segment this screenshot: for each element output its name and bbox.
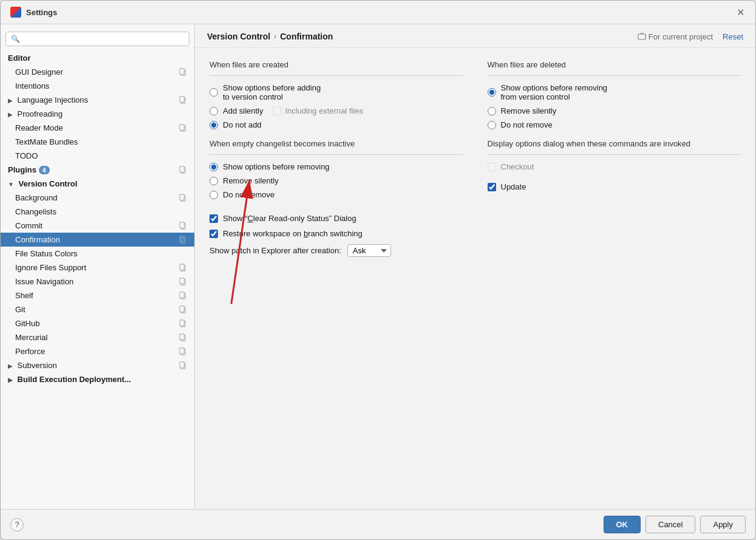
breadcrumb-current: Confirmation [280,32,333,41]
sidebar-item-plugins[interactable]: Plugins 4 [1,163,194,177]
bottom-left: ? [10,518,24,531]
sidebar-item-changelists[interactable]: Changelists [1,205,194,219]
sidebar-item-todo[interactable]: TODO [1,149,194,163]
sidebar-item-confirmation[interactable]: Confirmation [1,233,194,247]
radio-add-silently[interactable] [209,107,218,115]
sidebar-item-git[interactable]: Git [1,302,194,316]
sidebar-item-proofreading[interactable]: ▶ Proofreading [1,107,194,121]
checkbox-update[interactable] [488,183,496,191]
when-created-radio-group: Show options before addingto version con… [209,83,463,129]
for-project-label: For current project [649,32,713,41]
apply-button[interactable]: Apply [700,516,746,533]
sidebar-item-intentions[interactable]: Intentions [1,79,194,93]
checkbox-clear-readonly[interactable] [209,214,218,223]
radio-row-do-not-remove-del: Do not remove [488,120,741,129]
sidebar-item-ignore-files-support[interactable]: Ignore Files Support [1,261,194,275]
title-bar-left: Settings [10,7,57,18]
radio-row-show-options-remove: Show options before removingfrom version… [488,83,741,101]
sidebar-item-textmate-bundles[interactable]: TextMate Bundles [1,135,194,149]
checkbox-including-external[interactable] [273,107,281,115]
radio-remove-silently[interactable] [488,107,496,115]
checkout-label: Checkout [501,162,534,171]
breadcrumb-separator: › [274,32,276,41]
sidebar-item-version-control[interactable]: ▼ Version Control [1,177,194,191]
for-current-project-link[interactable]: For current project [638,32,713,41]
radio-do-not-remove-del[interactable] [488,121,496,129]
sidebar-item-perforce[interactable]: Perforce [1,344,194,358]
radio-do-not-add[interactable] [209,121,218,129]
copy-icon [179,278,187,285]
reset-link[interactable]: Reset [723,32,743,41]
sidebar-item-language-injections[interactable]: ▶ Language Injections [1,93,194,107]
radio-do-not-remove-del-label: Do not remove [501,120,553,129]
sidebar-item-file-status-colors[interactable]: File Status Colors [1,247,194,261]
help-button[interactable]: ? [10,518,24,531]
sidebar-section-editor: Editor [1,51,194,65]
copy-icon [179,264,187,272]
radio-do-not-add-label: Do not add [223,120,262,129]
content-wrapper: Version Control › Confirmation For curre… [195,24,755,509]
checkbox-checkout[interactable] [488,163,496,171]
ok-button[interactable]: OK [604,516,641,533]
sidebar: 🔍 Editor GUI Designer Intentions ▶ Langu… [1,24,195,509]
copy-icon [179,292,187,299]
sidebar-item-github[interactable]: GitHub [1,316,194,330]
sidebar-item-shelf[interactable]: Shelf [1,289,194,302]
sidebar-item-reader-mode[interactable]: Reader Mode [1,121,194,135]
cancel-button[interactable]: Cancel [645,516,695,533]
svg-rect-21 [180,306,184,312]
checkbox-restore-workspace[interactable] [209,230,218,238]
patch-select[interactable]: Ask Always Never [347,244,391,257]
svg-rect-29 [180,362,184,367]
search-icon: 🔍 [11,35,20,43]
radio-show-options-inactive[interactable] [209,163,218,171]
svg-rect-7 [180,166,184,172]
update-label: Update [501,182,526,191]
restore-workspace-label: Restore workspace on branch switching [223,229,363,238]
display-checkout-row: Checkout [488,162,741,171]
radio-row-remove-silently: Remove silently [488,106,741,115]
app-icon [10,7,21,18]
sidebar-item-issue-navigation[interactable]: Issue Navigation [1,275,194,289]
radio-show-options-remove[interactable] [488,88,496,97]
header-actions: For current project Reset [638,32,743,41]
svg-rect-19 [180,292,184,298]
copy-icon [179,124,187,132]
full-width-checkboxes: Show “Clear Read-only Status” Dialog Res… [209,214,741,257]
svg-rect-27 [180,348,184,354]
copy-icon [179,347,187,355]
radio-do-not-remove-inactive[interactable] [209,191,218,199]
radio-remove-silently-inactive-label: Remove silently [223,176,279,185]
sidebar-item-gui-designer[interactable]: GUI Designer [1,65,194,79]
main-content: Version Control › Confirmation For curre… [195,24,755,509]
breadcrumb-parent: Version Control [207,32,270,41]
radio-remove-silently-label: Remove silently [501,106,557,115]
title-bar: Settings ✕ [1,1,755,24]
close-button[interactable]: ✕ [735,7,746,18]
sidebar-item-build-execution[interactable]: ▶ Build Execution Deployment... [1,372,194,386]
radio-show-options-add[interactable] [209,88,218,97]
svg-rect-1 [180,69,184,74]
search-box[interactable]: 🔍 [5,32,189,46]
sidebar-item-subversion[interactable]: ▶ Subversion [1,358,194,372]
when-empty-section: When empty changelist becomes inactive S… [209,139,463,209]
sidebar-item-commit[interactable]: Commit [1,219,194,233]
including-external-container: Including external files [273,106,363,115]
search-input[interactable] [24,35,184,43]
restore-workspace-row: Restore workspace on branch switching [209,229,741,238]
svg-rect-23 [180,320,184,326]
copy-icon [179,306,187,313]
copy-icon [179,68,187,76]
project-icon [638,32,646,41]
when-empty-title: When empty changelist becomes inactive [209,139,463,148]
add-silently-container: Add silently Including external files [209,106,463,115]
copy-icon [179,166,187,174]
when-empty-radio-group: Show options before removing Remove sile… [209,162,463,199]
sidebar-item-background[interactable]: Background [1,191,194,205]
svg-rect-15 [180,264,184,270]
radio-remove-silently-inactive[interactable] [209,177,218,185]
radio-show-options-remove-label: Show options before removingfrom version… [501,83,608,101]
svg-rect-17 [180,278,184,284]
clear-readonly-label: Show “Clear Read-only Status” Dialog [223,214,356,223]
sidebar-item-mercurial[interactable]: Mercurial [1,330,194,344]
